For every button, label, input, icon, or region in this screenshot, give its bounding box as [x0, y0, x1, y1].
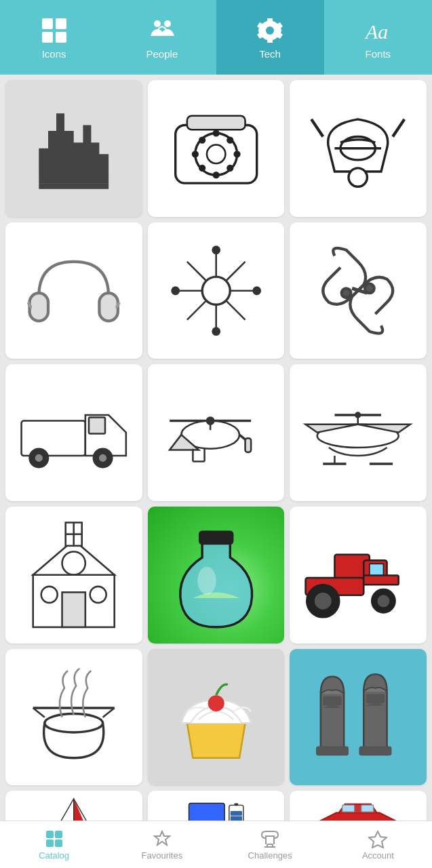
svg-point-52	[207, 418, 214, 425]
svg-rect-108	[55, 840, 62, 847]
nav-label-people: People	[146, 48, 178, 60]
svg-point-41	[365, 283, 374, 293]
grid-item-helicopter[interactable]	[148, 364, 285, 501]
svg-rect-65	[62, 593, 85, 627]
svg-point-26	[202, 277, 230, 304]
svg-point-14	[214, 173, 218, 178]
svg-rect-68	[199, 531, 233, 545]
svg-point-6	[266, 26, 274, 35]
grid-item-headphones[interactable]	[5, 222, 142, 359]
svg-point-13	[214, 131, 218, 136]
svg-rect-24	[30, 293, 48, 321]
grid-item-viking[interactable]	[290, 80, 427, 217]
nav-label-fonts: Fonts	[366, 48, 391, 60]
svg-rect-105	[46, 831, 54, 838]
grid-item-tractor[interactable]	[290, 507, 427, 644]
grid-item-moai[interactable]	[290, 649, 427, 786]
bottom-nav-catalog-label: Catalog	[39, 850, 69, 861]
svg-line-33	[187, 301, 205, 319]
svg-rect-85	[316, 746, 349, 755]
svg-point-35	[212, 246, 219, 253]
svg-rect-99	[342, 805, 355, 812]
bottom-nav-account-label: Account	[362, 850, 394, 861]
bottom-nav-challenges-label: Challenges	[248, 850, 292, 861]
svg-rect-86	[366, 694, 385, 703]
bottom-nav-account[interactable]: Account	[324, 821, 432, 868]
svg-rect-107	[46, 840, 54, 847]
bottom-navigation: Catalog Favourites Challenges Account	[0, 821, 432, 868]
svg-point-38	[253, 287, 260, 294]
svg-point-79	[45, 713, 103, 732]
svg-point-77	[377, 594, 391, 608]
svg-point-69	[197, 567, 216, 595]
nav-item-fonts[interactable]: Aa Fonts	[324, 0, 432, 75]
bottom-nav-catalog[interactable]: Catalog	[0, 821, 108, 868]
svg-rect-87	[359, 746, 392, 755]
svg-rect-9	[39, 183, 109, 189]
svg-rect-21	[187, 116, 246, 130]
svg-line-31	[187, 262, 205, 280]
svg-rect-100	[361, 805, 374, 812]
bottom-nav-challenges[interactable]: Challenges	[216, 821, 324, 868]
nav-item-people[interactable]: People	[108, 0, 216, 75]
svg-rect-98	[231, 811, 242, 816]
top-navigation: Icons People Tech Aa Fonts	[0, 0, 432, 75]
svg-rect-1	[56, 18, 66, 29]
nav-item-icons[interactable]: Icons	[0, 0, 108, 75]
svg-rect-0	[42, 18, 53, 29]
svg-point-59	[356, 413, 361, 418]
bottom-nav-favourites[interactable]: Favourites	[108, 821, 216, 868]
nav-label-tech: Tech	[259, 48, 281, 60]
svg-point-16	[235, 152, 239, 157]
grid-item-truck[interactable]	[5, 364, 142, 501]
svg-point-22	[349, 168, 367, 186]
svg-rect-84	[323, 696, 342, 706]
svg-point-20	[228, 166, 233, 171]
svg-point-18	[228, 138, 233, 142]
svg-point-83	[208, 695, 224, 711]
svg-line-32	[227, 262, 245, 280]
svg-point-75	[314, 592, 332, 610]
svg-rect-25	[100, 293, 118, 321]
svg-point-15	[193, 152, 197, 157]
image-grid	[0, 75, 432, 857]
grid-item-chain[interactable]	[290, 222, 427, 359]
svg-line-80	[33, 708, 45, 717]
svg-text:Aa: Aa	[364, 20, 388, 43]
grid-item-seaplane[interactable]	[290, 364, 427, 501]
svg-rect-43	[89, 418, 105, 434]
grid-item-church[interactable]	[5, 507, 142, 644]
svg-line-34	[227, 301, 245, 319]
svg-point-19	[199, 166, 204, 171]
grid-item-neuron[interactable]	[148, 222, 285, 359]
grid-item-potion[interactable]	[148, 507, 285, 644]
svg-point-5	[164, 20, 171, 27]
svg-point-4	[154, 20, 161, 27]
svg-line-81	[103, 708, 115, 717]
svg-point-17	[199, 138, 204, 142]
bottom-nav-favourites-label: Favourites	[142, 850, 183, 861]
svg-point-36	[212, 328, 219, 334]
svg-marker-109	[155, 831, 170, 845]
svg-rect-95	[234, 804, 238, 806]
nav-label-icons: Icons	[42, 48, 66, 60]
svg-rect-49	[245, 439, 251, 453]
grid-item-phone[interactable]	[148, 80, 285, 217]
svg-point-45	[35, 454, 44, 463]
grid-item-cupcake[interactable]	[148, 649, 285, 786]
svg-rect-2	[42, 32, 53, 43]
nav-item-tech[interactable]: Tech	[216, 0, 324, 75]
svg-rect-42	[22, 421, 85, 456]
svg-point-47	[98, 454, 108, 463]
svg-point-40	[342, 288, 351, 298]
svg-rect-78	[364, 576, 399, 585]
svg-point-37	[172, 287, 178, 294]
svg-rect-106	[55, 831, 62, 838]
svg-rect-3	[56, 32, 66, 43]
grid-item-city[interactable]	[5, 80, 142, 217]
grid-item-cauldron[interactable]	[5, 649, 142, 786]
svg-marker-8	[39, 113, 109, 183]
